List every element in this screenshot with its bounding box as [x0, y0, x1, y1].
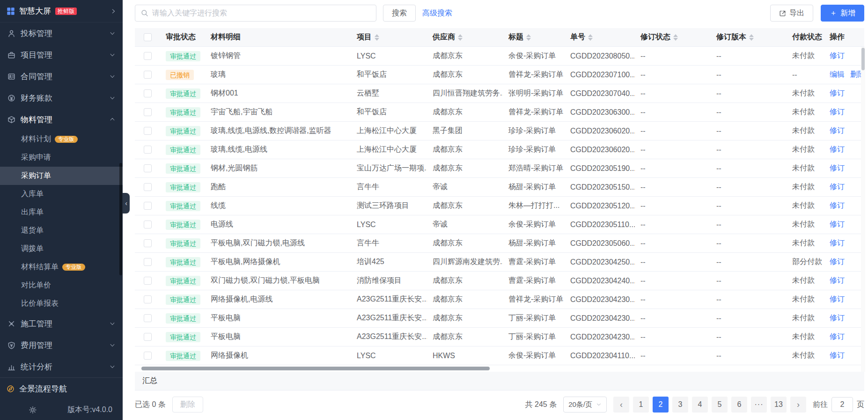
- dashboard-icon: [7, 7, 15, 15]
- row-checkbox[interactable]: [144, 239, 152, 247]
- sidebar-subitem[interactable]: 退货单: [0, 221, 123, 240]
- approval-status-badge: 已撤销: [166, 70, 194, 80]
- revise-link[interactable]: 修订: [830, 238, 845, 248]
- sidebar-subitem[interactable]: 比价单报表: [0, 295, 123, 313]
- sidebar-collapse-handle[interactable]: ‹: [123, 193, 130, 214]
- sort-icon[interactable]: [673, 34, 678, 41]
- row-checkbox[interactable]: [144, 314, 152, 322]
- search-box: [135, 5, 376, 22]
- column-header-label: 项目: [357, 32, 372, 42]
- page-button[interactable]: 3: [672, 397, 688, 413]
- revise-link[interactable]: 修订: [830, 107, 845, 117]
- revise-link[interactable]: 修订: [830, 313, 845, 323]
- sidebar-subitem[interactable]: 对比单价: [0, 276, 123, 295]
- row-checkbox[interactable]: [144, 202, 152, 210]
- sort-icon[interactable]: [375, 34, 379, 41]
- revise-link[interactable]: 修订: [830, 88, 845, 98]
- page-button[interactable]: 2: [653, 397, 669, 413]
- sidebar-subitem[interactable]: 调拨单: [0, 240, 123, 258]
- select-all-checkbox[interactable]: [144, 33, 152, 41]
- column-header-label: 供应商: [433, 32, 455, 42]
- sidebar-subitem[interactable]: 采购申请: [0, 148, 123, 167]
- add-button[interactable]: ＋ 新增: [821, 5, 864, 22]
- row-checkbox[interactable]: [144, 164, 152, 172]
- row-checkbox[interactable]: [144, 89, 152, 97]
- sort-icon[interactable]: [526, 34, 531, 41]
- page-button[interactable]: 1: [633, 397, 649, 413]
- row-checkbox[interactable]: [144, 183, 152, 191]
- revise-link[interactable]: 修订: [830, 295, 845, 304]
- revise-link[interactable]: 修订: [830, 51, 845, 61]
- sidebar-item[interactable]: 统计分析: [0, 356, 123, 377]
- page-size-select[interactable]: 20条/页: [563, 397, 607, 413]
- sidebar-subitem[interactable]: 入库单: [0, 185, 123, 203]
- sort-icon[interactable]: [588, 34, 593, 41]
- revise-link[interactable]: 修订: [830, 201, 845, 211]
- revise-link[interactable]: 修订: [830, 257, 845, 267]
- cell-actions: 修订: [824, 47, 864, 65]
- row-checkbox[interactable]: [144, 221, 152, 228]
- page-button[interactable]: 5: [712, 397, 728, 413]
- vertical-scrollbar-thumb[interactable]: [861, 48, 865, 70]
- sidebar-subitem[interactable]: 采购订单: [0, 167, 123, 185]
- export-button[interactable]: 导出: [770, 5, 813, 22]
- sidebar-item[interactable]: 财务账款: [0, 87, 123, 109]
- sidebar-subitem[interactable]: 出库单: [0, 203, 123, 221]
- sidebar-subitem[interactable]: 材料结算单专业版: [0, 258, 123, 276]
- sort-icon[interactable]: [458, 34, 463, 41]
- cell-material: 镀锌钢管: [205, 47, 351, 65]
- cell-revise-status: --: [635, 66, 711, 84]
- search-input[interactable]: [152, 9, 370, 17]
- row-checkbox[interactable]: [144, 352, 152, 360]
- advanced-search-link[interactable]: 高级搜索: [422, 8, 452, 18]
- revise-link[interactable]: 修订: [830, 126, 845, 136]
- row-checkbox[interactable]: [144, 108, 152, 116]
- sidebar-item[interactable]: 项目管理: [0, 44, 123, 66]
- row-checkbox[interactable]: [144, 146, 152, 154]
- revise-link[interactable]: 修订: [830, 163, 845, 173]
- panorama-nav-item[interactable]: 全景流程导航: [0, 378, 123, 399]
- revise-link[interactable]: 修订: [830, 220, 845, 229]
- cell-order-no: CGDD202306020...: [565, 122, 635, 140]
- sidebar-item[interactable]: 费用管理: [0, 334, 123, 356]
- cell-approval-status: 审批通过: [160, 253, 205, 271]
- page-button[interactable]: 6: [731, 397, 747, 413]
- revise-link[interactable]: 修订: [830, 332, 845, 342]
- prev-page-button[interactable]: ‹: [613, 397, 629, 413]
- row-checkbox[interactable]: [144, 52, 152, 60]
- row-checkbox[interactable]: [144, 277, 152, 285]
- sidebar-scrollbar[interactable]: [119, 163, 122, 275]
- cell-revise-version: --: [711, 178, 787, 196]
- next-page-button[interactable]: ›: [790, 397, 806, 413]
- delete-button[interactable]: 删除: [172, 397, 203, 413]
- more-pages-button[interactable]: ···: [751, 397, 767, 413]
- revise-link[interactable]: 修订: [830, 351, 845, 361]
- revise-link[interactable]: 修订: [830, 182, 845, 192]
- horizontal-scrollbar-thumb[interactable]: [141, 367, 490, 370]
- row-checkbox[interactable]: [144, 71, 152, 79]
- sidebar-item[interactable]: 施工管理: [0, 313, 123, 334]
- search-button[interactable]: 搜索: [383, 5, 416, 22]
- revise-link[interactable]: 修订: [830, 145, 845, 155]
- row-checkbox[interactable]: [144, 333, 152, 341]
- sidebar-header-smart-screen[interactable]: 智慧大屏 抢鲜版: [0, 0, 123, 22]
- sidebar-subitem[interactable]: 材料计划专业版: [0, 130, 123, 148]
- row-checkbox[interactable]: [144, 127, 152, 135]
- gear-icon[interactable]: [7, 406, 59, 414]
- sidebar-item[interactable]: 合同管理: [0, 66, 123, 87]
- cell-revise-version: --: [711, 197, 787, 215]
- sort-icon[interactable]: [749, 34, 754, 41]
- row-select-cell: [135, 346, 160, 365]
- goto-page-input[interactable]: [831, 397, 853, 412]
- row-checkbox[interactable]: [144, 258, 152, 266]
- row-checkbox[interactable]: [144, 295, 152, 303]
- page-button[interactable]: 13: [771, 397, 787, 413]
- revise-link[interactable]: 修订: [830, 276, 845, 286]
- chevron-up-icon: [110, 117, 115, 122]
- sidebar-item[interactable]: 物料管理: [0, 109, 123, 130]
- page-button[interactable]: 4: [692, 397, 708, 413]
- approval-status-badge: 审批通过: [166, 220, 200, 230]
- sidebar-item[interactable]: 投标管理: [0, 22, 123, 44]
- edit-link[interactable]: 编辑: [830, 70, 845, 80]
- cell-payment-status: 未付款: [787, 309, 824, 327]
